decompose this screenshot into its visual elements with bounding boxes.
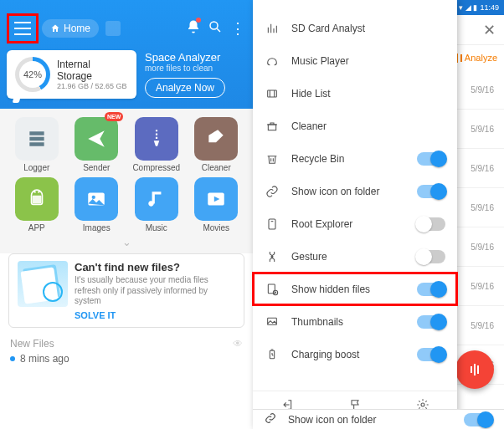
fab-analyzer[interactable]: [455, 350, 494, 389]
drawer-item-icon: [265, 54, 280, 68]
toggle[interactable]: [417, 250, 445, 263]
category-grid: Logger NEW Sender Compressed Cleaner APP…: [0, 109, 253, 234]
toggle[interactable]: [464, 413, 492, 426]
bell-icon[interactable]: [184, 19, 203, 38]
promo-card[interactable]: Can't find new files? It's usually becau…: [8, 253, 244, 328]
drawer-item-root-explorer[interactable]: Root Explorer: [253, 207, 457, 240]
home-label: Home: [64, 23, 90, 34]
svg-rect-1: [32, 196, 41, 204]
promo-cta[interactable]: SOLVE IT: [75, 310, 235, 320]
svg-point-3: [92, 196, 95, 199]
drawer-item-cleaner[interactable]: Cleaner: [253, 110, 457, 142]
close-icon[interactable]: ✕: [483, 21, 496, 39]
analyze-chip[interactable]: Analyze: [452, 53, 497, 63]
analyzer-title: Space Analyzer: [145, 51, 225, 64]
images-icon: [75, 177, 118, 221]
toggle[interactable]: [417, 315, 445, 329]
drawer-item-show-icon-on-folder[interactable]: Show icon on folder: [253, 175, 457, 207]
svg-point-8: [271, 256, 273, 258]
drawer-item-label: Show icon on folder: [291, 186, 379, 197]
bullet-icon: [10, 356, 15, 361]
storage-card[interactable]: 42% Internal Storage 21.96 GB / 52.65 GB: [7, 50, 136, 99]
drawer-item-hide-list[interactable]: Hide List: [253, 77, 457, 110]
promo-illustration: [18, 261, 68, 307]
svg-rect-7: [269, 219, 275, 229]
drawer-item-thumbnails[interactable]: Thumbnails: [253, 305, 457, 338]
drawer-item-label: Gesture: [291, 251, 327, 263]
svg-rect-9: [268, 284, 275, 294]
drawer-item-label: Charging boost: [291, 349, 359, 360]
drawer-item-icon: [265, 217, 280, 231]
storage-ring-icon: 42%: [15, 57, 50, 92]
grid-logger[interactable]: Logger: [8, 117, 65, 172]
drawer-item-icon: [265, 315, 280, 329]
zip-icon: [135, 117, 178, 161]
drawer-item-sd-card-analyst[interactable]: SD Card Analyst: [253, 12, 457, 44]
drawer-item-label: Music Player: [291, 55, 349, 67]
hamburger-icon[interactable]: [14, 22, 31, 35]
eye-icon[interactable]: 👁: [233, 338, 243, 350]
hamburger-highlight: [7, 13, 39, 43]
grid-images[interactable]: Images: [69, 177, 126, 232]
svg-rect-5: [268, 90, 277, 97]
drawer-item-icon: [265, 348, 280, 361]
broom-icon: [194, 117, 238, 161]
drawer-item-label: SD Card Analyst: [291, 23, 365, 34]
drawer-item-label: Cleaner: [291, 120, 327, 132]
new-files-item[interactable]: 8 mins ago: [0, 351, 253, 365]
storage-title: Internal Storage: [57, 59, 128, 82]
toggle[interactable]: [417, 283, 445, 296]
settings-drawer: SD Card AnalystMusic PlayerHide ListClea…: [253, 0, 457, 429]
svg-point-13: [421, 403, 424, 406]
svg-point-0: [210, 22, 218, 29]
left-screenshot: Home ⋮ 42% Internal Storage: [0, 0, 253, 429]
overflow-icon[interactable]: ⋮: [228, 19, 246, 38]
promo-body: It's usually because your media files re…: [75, 275, 235, 307]
toggle[interactable]: [417, 217, 445, 231]
drawer-item-label: Show hidden files: [291, 283, 370, 295]
grid-sender[interactable]: NEW Sender: [69, 117, 126, 172]
promo-title: Can't find new files?: [75, 261, 235, 273]
drawer-item-gesture[interactable]: Gesture: [253, 240, 457, 273]
drawer-item-music-player[interactable]: Music Player: [253, 44, 457, 77]
drawer-item-show-hidden-files[interactable]: Show hidden files: [253, 273, 457, 305]
window-icon[interactable]: [105, 21, 121, 36]
analyzer-subtitle: more files to clean: [145, 64, 225, 73]
drawer-item-icon: [265, 152, 280, 166]
sender-icon: NEW: [75, 117, 118, 161]
grid-cleaner[interactable]: Cleaner: [188, 117, 245, 172]
toggle[interactable]: [417, 152, 445, 166]
drawer-item-icon: [265, 283, 280, 296]
drawer-item-charging-boost[interactable]: Charging boost: [253, 338, 457, 370]
drawer-item-recycle-bin[interactable]: Recycle Bin: [253, 142, 457, 175]
toggle[interactable]: [417, 185, 445, 198]
toggle[interactable]: [417, 348, 445, 361]
logger-icon: [15, 117, 59, 161]
drawer-item-icon: [265, 22, 280, 35]
grid-music[interactable]: Music: [128, 177, 185, 232]
android-icon: [15, 177, 59, 221]
new-files-header: New Files 👁: [0, 335, 253, 351]
extra-row[interactable]: Show icon on folder: [253, 409, 504, 429]
svg-rect-11: [268, 318, 277, 324]
drawer-item-label: Thumbnails: [291, 316, 343, 328]
drawer-item-icon: [265, 120, 280, 133]
search-icon[interactable]: [206, 19, 224, 38]
grid-app[interactable]: APP: [8, 177, 65, 232]
svg-rect-6: [268, 125, 275, 130]
drawer-item-label: Hide List: [291, 88, 331, 100]
drawer-item-label: Recycle Bin: [291, 153, 344, 165]
drawer-item-icon: [265, 250, 280, 263]
storage-subtitle: 21.96 GB / 52.65 GB: [57, 82, 128, 90]
drawer-item-icon: [265, 185, 280, 198]
music-icon: [135, 177, 178, 221]
grid-compressed[interactable]: Compressed: [128, 117, 185, 172]
analyze-button[interactable]: Analyze Now: [145, 78, 225, 98]
right-screenshot: ✱ ❤ ▾ ◢ ▮11:49 ✕ Analyze 5/9/165/9/165/9…: [253, 0, 504, 429]
grid-movies[interactable]: Movies: [188, 177, 245, 232]
drawer-item-label: Root Explorer: [291, 218, 352, 230]
movies-icon: [194, 177, 238, 221]
link-icon: [265, 412, 276, 426]
chevron-down-icon[interactable]: ⌄: [0, 234, 253, 253]
home-pill[interactable]: Home: [42, 19, 99, 38]
